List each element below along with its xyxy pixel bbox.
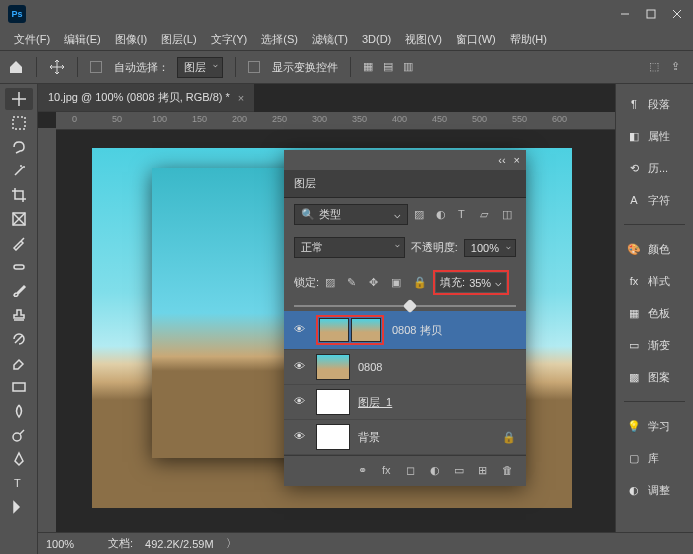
menu-image[interactable]: 图像(I) — [109, 30, 153, 49]
frame-tool[interactable] — [5, 208, 33, 230]
chevron-right-icon[interactable]: 〉 — [226, 536, 237, 551]
align-icon[interactable]: ▤ — [383, 60, 397, 74]
filter-adjust-icon[interactable]: ◐ — [436, 208, 450, 222]
move-tool[interactable] — [5, 88, 33, 110]
layer-thumbnail[interactable] — [316, 354, 350, 380]
new-layer-icon[interactable]: ⊞ — [478, 464, 492, 478]
menu-3d[interactable]: 3D(D) — [356, 31, 397, 47]
dodge-tool[interactable] — [5, 424, 33, 446]
move-tool-icon[interactable] — [49, 59, 65, 75]
lock-all-icon[interactable]: 🔒 — [413, 276, 427, 290]
close-panel-icon[interactable]: × — [514, 154, 520, 166]
adjustment-icon[interactable]: ◐ — [430, 464, 444, 478]
align-icon[interactable]: ▥ — [403, 60, 417, 74]
heal-tool[interactable] — [5, 256, 33, 278]
show-transform-checkbox[interactable] — [248, 61, 260, 73]
visibility-icon[interactable]: 👁 — [294, 323, 308, 337]
tab-close-icon[interactable]: × — [238, 92, 244, 104]
menu-window[interactable]: 窗口(W) — [450, 30, 502, 49]
delete-icon[interactable]: 🗑 — [502, 464, 516, 478]
history-brush-tool[interactable] — [5, 328, 33, 350]
minimize-icon[interactable] — [619, 8, 631, 20]
lock-artboard-icon[interactable]: ▣ — [391, 276, 405, 290]
eyedropper-tool[interactable] — [5, 232, 33, 254]
layer-name[interactable]: 0808 拷贝 — [392, 323, 442, 338]
align-icon[interactable]: ▦ — [363, 60, 377, 74]
layer-row[interactable]: 👁 背景 🔒 — [284, 420, 526, 455]
lock-move-icon[interactable]: ✥ — [369, 276, 383, 290]
menu-filter[interactable]: 滤镜(T) — [306, 30, 354, 49]
layer-filter-dropdown[interactable]: 🔍 类型 ⌵ — [294, 204, 408, 225]
fill-slider[interactable] — [294, 305, 516, 307]
panel-character[interactable]: A字符 — [616, 188, 693, 212]
panel-patterns[interactable]: ▩图案 — [616, 365, 693, 389]
layer-row[interactable]: 👁 图层_1 — [284, 385, 526, 420]
visibility-icon[interactable]: 👁 — [294, 360, 308, 374]
document-tab[interactable]: 10.jpg @ 100% (0808 拷贝, RGB/8) * × — [38, 84, 254, 112]
layer-name[interactable]: 0808 — [358, 361, 382, 373]
maximize-icon[interactable] — [645, 8, 657, 20]
stamp-tool[interactable] — [5, 304, 33, 326]
panel-learn[interactable]: 💡学习 — [616, 414, 693, 438]
filter-image-icon[interactable]: ▨ — [414, 208, 428, 222]
lasso-tool[interactable] — [5, 136, 33, 158]
panel-history[interactable]: ⟲历... — [616, 156, 693, 180]
layer-row[interactable]: 👁 0808 — [284, 350, 526, 385]
menu-select[interactable]: 选择(S) — [255, 30, 304, 49]
lock-paint-icon[interactable]: ✎ — [347, 276, 361, 290]
layer-thumb-highlight — [316, 315, 384, 345]
menu-file[interactable]: 文件(F) — [8, 30, 56, 49]
path-tool[interactable] — [5, 496, 33, 518]
marquee-tool[interactable] — [5, 112, 33, 134]
home-icon[interactable] — [8, 59, 24, 75]
menu-edit[interactable]: 编辑(E) — [58, 30, 107, 49]
lock-transparent-icon[interactable]: ▨ — [325, 276, 339, 290]
panel-paragraph[interactable]: ¶段落 — [616, 92, 693, 116]
group-icon[interactable]: ▭ — [454, 464, 468, 478]
share-icon[interactable]: ⇪ — [671, 60, 685, 74]
filter-type-icon[interactable]: T — [458, 208, 472, 222]
panel-styles[interactable]: fx样式 — [616, 269, 693, 293]
mask-icon[interactable]: ◻ — [406, 464, 420, 478]
wand-tool[interactable] — [5, 160, 33, 182]
panel-gradient[interactable]: ▭渐变 — [616, 333, 693, 357]
menu-help[interactable]: 帮助(H) — [504, 30, 553, 49]
crop-tool[interactable] — [5, 184, 33, 206]
3d-mode-icon[interactable]: ⬚ — [649, 60, 663, 74]
zoom-input[interactable] — [46, 538, 96, 550]
blur-tool[interactable] — [5, 400, 33, 422]
layer-thumbnail[interactable] — [316, 389, 350, 415]
filter-shape-icon[interactable]: ▱ — [480, 208, 494, 222]
visibility-icon[interactable]: 👁 — [294, 430, 308, 444]
svg-rect-1 — [647, 10, 655, 18]
brush-tool[interactable] — [5, 280, 33, 302]
blend-mode-dropdown[interactable]: 正常 — [294, 237, 405, 258]
menu-view[interactable]: 视图(V) — [399, 30, 448, 49]
close-icon[interactable] — [671, 8, 683, 20]
auto-select-checkbox[interactable] — [90, 61, 102, 73]
pen-tool[interactable] — [5, 448, 33, 470]
panel-libraries[interactable]: ▢库 — [616, 446, 693, 470]
panel-swatches[interactable]: ▦色板 — [616, 301, 693, 325]
eraser-tool[interactable] — [5, 352, 33, 374]
layer-name[interactable]: 图层_1 — [358, 395, 392, 410]
link-icon[interactable]: ⚭ — [358, 464, 372, 478]
fill-value[interactable]: 35% — [469, 277, 491, 289]
menu-layer[interactable]: 图层(L) — [155, 30, 202, 49]
panel-color[interactable]: 🎨颜色 — [616, 237, 693, 261]
menu-text[interactable]: 文字(Y) — [205, 30, 254, 49]
auto-select-dropdown[interactable]: 图层 — [177, 57, 223, 78]
fx-icon[interactable]: fx — [382, 464, 396, 478]
layer-thumbnail[interactable] — [316, 424, 350, 450]
gradient-tool[interactable] — [5, 376, 33, 398]
panel-tab-layers[interactable]: 图层 — [284, 170, 526, 198]
collapse-icon[interactable]: ‹‹ — [498, 154, 505, 166]
layer-name[interactable]: 背景 — [358, 430, 380, 445]
panel-adjustments[interactable]: ◐调整 — [616, 478, 693, 502]
opacity-dropdown[interactable]: 100% — [464, 239, 516, 257]
layer-row[interactable]: 👁 0808 拷贝 — [284, 311, 526, 350]
filter-smart-icon[interactable]: ◫ — [502, 208, 516, 222]
type-tool[interactable]: T — [5, 472, 33, 494]
visibility-icon[interactable]: 👁 — [294, 395, 308, 409]
panel-properties[interactable]: ◧属性 — [616, 124, 693, 148]
